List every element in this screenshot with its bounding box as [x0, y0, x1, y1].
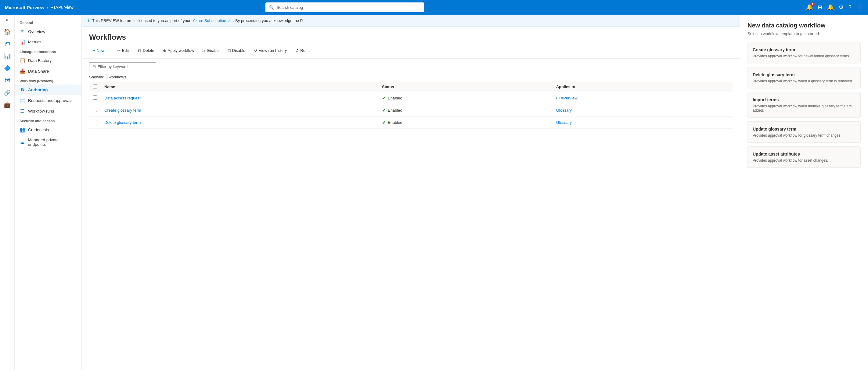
sidebar-item-workflow-runs[interactable]: ☰ Workflow runs — [14, 106, 82, 117]
azure-subscription-link[interactable]: Azure Subscription ↗ — [193, 18, 231, 23]
row-checkbox-cell-2[interactable] — [89, 117, 101, 129]
template-title-1: Delete glossary term — [753, 72, 856, 77]
sidebar-item-requests-approvals[interactable]: 📄 Requests and approvals — [14, 95, 82, 106]
col-header-applies-to: Applies to — [553, 82, 733, 92]
preview-info-icon: ℹ — [88, 18, 90, 24]
help-button[interactable]: ? — [848, 4, 851, 11]
rail-management-icon[interactable]: 💼 — [2, 99, 13, 111]
row-checkbox-2[interactable] — [93, 120, 97, 124]
select-all-checkbox-header[interactable] — [89, 82, 101, 92]
sidebar-workflow-label: Workflow (Preview) — [14, 76, 82, 85]
sidebar-item-managed-private-endpoints[interactable]: ☁ Managed private endpoints — [14, 135, 82, 149]
template-desc-3: Provides approval workflow for glossary … — [753, 133, 856, 137]
row-applies-to-0: FTAPurview — [553, 92, 733, 104]
select-all-checkbox[interactable] — [93, 84, 97, 89]
applies-to-link-2[interactable]: Glossary — [556, 120, 572, 125]
sidebar-item-managed-endpoints-label: Managed private endpoints — [28, 137, 76, 147]
requests-icon: 📄 — [20, 98, 25, 103]
workflow-link-1[interactable]: Create glossary term — [104, 108, 141, 113]
delete-button[interactable]: 🗑 Delete — [134, 47, 158, 55]
new-button[interactable]: + New — [89, 47, 108, 55]
row-status-2: ✔ Enabled — [378, 117, 553, 129]
disable-icon: □ — [228, 48, 231, 53]
sidebar: General ≡ Overview 📊 Metrics Lineage con… — [14, 14, 82, 370]
template-card-create-glossary-term[interactable]: Create glossary term Provides approval w… — [747, 42, 861, 63]
template-desc-1: Provides approval workflow when a glossa… — [753, 79, 856, 83]
right-panel-title: New data catalog workflow — [747, 22, 861, 29]
template-desc-0: Provides approval workflow for newly add… — [753, 54, 856, 58]
apply-workflow-button[interactable]: ⊕ Apply workflow — [159, 47, 198, 55]
template-title-2: Import terms — [753, 97, 856, 102]
alerts-button[interactable]: 🔔 — [827, 4, 834, 11]
sidebar-item-overview[interactable]: ≡ Overview — [14, 26, 82, 37]
enable-button[interactable]: ▷ Enable — [199, 47, 223, 55]
applies-to-link-1[interactable]: Glossary — [556, 108, 572, 113]
status-text-2: Enabled — [388, 120, 402, 125]
authoring-icon: ↻ — [20, 87, 25, 93]
template-card-update-asset-attributes[interactable]: Update asset attributes Provides approva… — [747, 146, 861, 168]
preview-banner-text: This PREVIEW feature is licensed to you … — [92, 18, 190, 23]
edit-button[interactable]: ✏ Edit — [114, 47, 132, 55]
row-status-1: ✔ Enabled — [378, 104, 553, 117]
table-row: Data access request ✔ Enabled FTAPurview — [89, 92, 733, 104]
row-checkbox-1[interactable] — [93, 108, 97, 112]
row-name-1: Create glossary term — [101, 104, 378, 117]
data-share-icon: 📤 — [20, 68, 25, 74]
refresh-button[interactable]: ↺ Ref... — [292, 47, 313, 55]
collapse-button[interactable]: « — [6, 17, 8, 23]
sidebar-item-authoring[interactable]: ↻ Authoring — [14, 85, 82, 95]
template-card-update-glossary-term[interactable]: Update glossary term Provides approval w… — [747, 121, 861, 143]
applies-to-link-0[interactable]: FTAPurview — [556, 96, 578, 100]
sidebar-item-metrics-label: Metrics — [28, 40, 41, 44]
sidebar-item-data-share[interactable]: 📤 Data Share — [14, 66, 82, 76]
rail-lineage-icon[interactable]: 🔗 — [2, 87, 13, 98]
template-card-delete-glossary-term[interactable]: Delete glossary term Provides approval w… — [747, 67, 861, 89]
sidebar-item-credentials[interactable]: 👥 Credentials — [14, 124, 82, 135]
rail-catalog-icon[interactable]: 🏷 — [2, 38, 13, 50]
rail-data-map-icon[interactable]: 🗺 — [2, 75, 13, 86]
rail-home-icon[interactable]: 🏠 — [2, 26, 13, 37]
sidebar-lineage-label: Lineage connections — [14, 47, 82, 55]
workflow-link-0[interactable]: Data access request — [104, 96, 141, 100]
row-checkbox-cell-0[interactable] — [89, 92, 101, 104]
filter-input[interactable]: ⊟ Filter by keyword — [89, 62, 156, 71]
notification-badge: 1 — [810, 2, 815, 6]
table-container: Name Status Applies to Data access reque… — [82, 82, 740, 129]
credentials-icon: 👥 — [20, 127, 25, 133]
search-placeholder-text: Search catalog — [276, 5, 303, 10]
topbar: Microsoft Purview › FTAPurview 🔍 Search … — [0, 0, 868, 14]
apply-icon: ⊕ — [163, 48, 166, 53]
status-text-0: Enabled — [388, 96, 402, 100]
rail-insights-icon[interactable]: 📊 — [2, 51, 13, 62]
template-title-3: Update glossary term — [753, 127, 856, 131]
row-checkbox-cell-1[interactable] — [89, 104, 101, 117]
sidebar-item-requests-label: Requests and approvals — [28, 98, 72, 103]
profile-button[interactable]: 👤 — [857, 4, 863, 11]
sidebar-item-data-factory[interactable]: 📋 Data Factory — [14, 55, 82, 66]
notification-button[interactable]: 🔔 1 — [806, 4, 813, 11]
settings-button[interactable]: ⚙ — [839, 4, 844, 11]
rail-governance-icon[interactable]: 🔷 — [2, 63, 13, 74]
grid-view-button[interactable]: ⊞ — [818, 4, 822, 11]
sidebar-item-overview-label: Overview — [28, 29, 45, 34]
refresh-icon: ↺ — [295, 48, 299, 53]
row-checkbox-0[interactable] — [93, 95, 97, 100]
table-row: Create glossary term ✔ Enabled Glossary — [89, 104, 733, 117]
preview-banner-text2: . By proceeding you acknowledge the P... — [233, 18, 306, 23]
page-title: Workflows — [89, 33, 733, 41]
sidebar-item-metrics[interactable]: 📊 Metrics — [14, 37, 82, 47]
managed-endpoints-icon: ☁ — [20, 140, 25, 145]
template-card-import-terms[interactable]: Import terms Provides approval workflow … — [747, 92, 861, 118]
topbar-brand: Microsoft Purview › FTAPurview — [5, 5, 73, 10]
workflow-link-2[interactable]: Delete glossary term — [104, 120, 141, 125]
view-run-history-button[interactable]: ↺ View run history — [250, 47, 290, 55]
status-badge-2: ✔ Enabled — [382, 120, 549, 125]
disable-button[interactable]: □ Disable — [224, 47, 249, 55]
brand-name: Microsoft Purview — [5, 5, 44, 10]
col-header-status: Status — [378, 82, 553, 92]
search-box[interactable]: 🔍 Search catalog — [266, 2, 424, 12]
row-applies-to-1: Glossary — [553, 104, 733, 117]
filter-placeholder: Filter by keyword — [98, 64, 127, 69]
status-text-1: Enabled — [388, 108, 402, 113]
status-badge-0: ✔ Enabled — [382, 95, 549, 101]
